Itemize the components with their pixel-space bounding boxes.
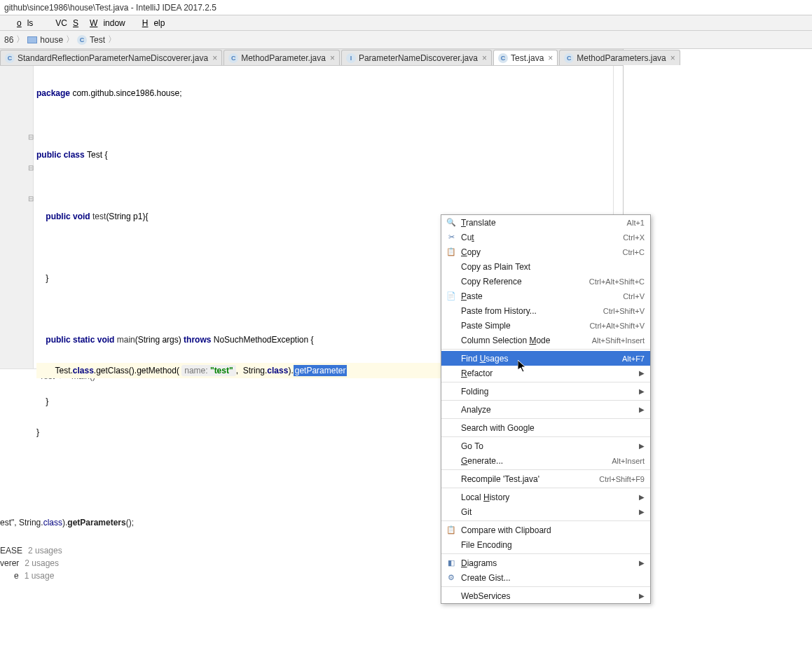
breadcrumb-segment[interactable]: 86 (3, 35, 15, 45)
menu-item[interactable]: ✂CutCtrl+X (441, 230, 650, 244)
shortcut-label: Alt+F7 (622, 354, 645, 363)
class-icon: C (5, 53, 15, 63)
menu-item[interactable]: ◧Diagrams▶ (441, 556, 650, 570)
gutter: ⊟ ⊟ ⊟ (0, 66, 34, 368)
menu-separator (441, 553, 650, 554)
menu-item[interactable]: Find UsagesAlt+F7 (441, 351, 650, 366)
chevron-right-icon: ▶ (639, 559, 645, 567)
editor-tab[interactable]: CTest.java× (493, 50, 558, 65)
menu-item[interactable]: 📋Compare with Clipboard (441, 523, 650, 537)
tab-label: ParameterNameDiscoverer.java (359, 53, 478, 63)
usages-preview-code: est", String.class).getParameters(); (0, 515, 434, 544)
menu-separator (441, 400, 650, 401)
shortcut-label: Alt+Insert (612, 457, 645, 465)
selected-text: getParameter (294, 365, 347, 376)
editor-tab[interactable]: CMethodParameter.java× (223, 50, 340, 65)
chevron-right-icon: ▶ (639, 493, 645, 501)
shortcut-label: Ctrl+Alt+Shift+V (589, 322, 645, 330)
shortcut-label: Alt+1 (627, 219, 645, 227)
menu-separator (441, 488, 650, 488)
menu-item[interactable]: Paste SimpleCtrl+Alt+Shift+V (441, 318, 650, 333)
menu-separator (441, 436, 650, 437)
usage-row[interactable]: EASE2 usages (0, 544, 434, 557)
tab-label: Test.java (511, 53, 544, 63)
menu-item[interactable]: Generate...Alt+Insert (441, 453, 650, 468)
menu-icon: 📋 (446, 525, 457, 536)
close-icon[interactable]: × (548, 53, 553, 63)
editor-tab[interactable]: CMethodParameters.java× (559, 50, 680, 65)
breadcrumb-segment[interactable]: house (26, 35, 64, 45)
folder-icon (27, 36, 37, 43)
menu-icon: 🔍 (446, 217, 457, 228)
chevron-right-icon: 〉 (16, 34, 25, 46)
tab-label: MethodParameters.java (577, 53, 666, 63)
menu-separator (441, 418, 650, 419)
menu-separator (441, 520, 650, 521)
menu-separator (441, 349, 650, 350)
close-icon[interactable]: × (482, 53, 487, 63)
menu-item[interactable]: 🔍TranslateAlt+1 (441, 215, 650, 230)
breadcrumb: 86 〉 house 〉 CTest 〉 (0, 31, 812, 49)
class-icon: C (498, 53, 508, 63)
chevron-right-icon: ▶ (639, 387, 645, 395)
menu-icon: ⚙ (446, 572, 457, 584)
menu-item[interactable]: 📄PasteCtrl+V (441, 289, 650, 303)
shortcut-label: Ctrl+Shift+F9 (599, 475, 645, 483)
tab-label: MethodParameter.java (241, 53, 326, 63)
chevron-right-icon: ▶ (639, 369, 645, 377)
breadcrumb-segment[interactable]: CTest (76, 35, 106, 45)
chevron-right-icon: ▶ (639, 406, 645, 413)
menu-item[interactable]: File Encoding (441, 537, 650, 552)
menu-help[interactable]: Help (137, 18, 177, 28)
fold-icon[interactable]: ⊟ (28, 164, 34, 172)
menu-item[interactable]: ⚙Create Gist... (441, 570, 650, 585)
menu-separator (441, 586, 650, 587)
chevron-right-icon: 〉 (66, 34, 74, 46)
shortcut-label: Alt+Shift+Insert (592, 336, 645, 345)
class-icon: C (564, 53, 574, 63)
menu-icon: 📄 (446, 291, 457, 302)
chevron-right-icon: ▶ (639, 592, 645, 600)
tab-label: StandardReflectionParameterNameDiscovere… (18, 53, 208, 63)
menu-item[interactable]: Folding▶ (441, 384, 650, 399)
menu-item[interactable]: 📋CopyCtrl+C (441, 244, 650, 259)
menu-icon: ✂ (446, 232, 457, 243)
editor-tab[interactable]: IParameterNameDiscoverer.java× (341, 50, 492, 65)
chevron-right-icon: ▶ (639, 508, 645, 516)
menu-icon: 📋 (446, 247, 457, 258)
class-icon: C (77, 35, 87, 45)
menu-item[interactable]: Analyze▶ (441, 402, 650, 417)
menu-icon: ◧ (446, 558, 457, 569)
close-icon[interactable]: × (670, 53, 675, 63)
menubar: ols VCS Window Help (0, 15, 812, 31)
menu-vcs[interactable]: VCS (44, 18, 84, 28)
menu-item[interactable]: Go To▶ (441, 439, 650, 453)
menu-item[interactable]: Copy as Plain Text (441, 259, 650, 274)
usage-row[interactable]: verer2 usages (0, 557, 434, 570)
close-icon[interactable]: × (330, 53, 335, 63)
menu-item[interactable]: Local History▶ (441, 490, 650, 504)
menu-item[interactable]: WebServices▶ (441, 588, 650, 603)
menu-item[interactable]: Git▶ (441, 504, 650, 519)
shortcut-label: Ctrl+V (623, 292, 645, 301)
fold-icon[interactable]: ⊟ (28, 195, 34, 202)
usage-row[interactable]: e1 usage (0, 570, 434, 582)
close-icon[interactable]: × (212, 53, 217, 63)
chevron-right-icon: ▶ (639, 442, 645, 450)
fold-icon[interactable]: ⊟ (28, 133, 34, 141)
chevron-right-icon: 〉 (108, 34, 116, 46)
menu-tools[interactable]: ols (0, 18, 44, 28)
menu-item[interactable]: Copy ReferenceCtrl+Alt+Shift+C (441, 274, 650, 289)
shortcut-label: Ctrl+Shift+V (603, 307, 645, 315)
context-menu: 🔍TranslateAlt+1✂CutCtrl+X📋CopyCtrl+CCopy… (441, 214, 651, 604)
menu-separator (441, 382, 650, 382)
menu-item[interactable]: Recompile 'Test.java'Ctrl+Shift+F9 (441, 471, 650, 486)
menu-item[interactable]: Refactor▶ (441, 366, 650, 380)
menu-item[interactable]: Search with Google (441, 420, 650, 435)
editor-tab[interactable]: CStandardReflectionParameterNameDiscover… (0, 50, 222, 65)
window-title: github\since1986\house\Test.java - Intel… (0, 0, 812, 15)
menu-item[interactable]: Paste from History...Ctrl+Shift+V (441, 303, 650, 318)
menu-window[interactable]: Window (84, 18, 137, 28)
shortcut-label: Ctrl+Alt+Shift+C (589, 277, 645, 286)
menu-item[interactable]: Column Selection ModeAlt+Shift+Insert (441, 333, 650, 347)
